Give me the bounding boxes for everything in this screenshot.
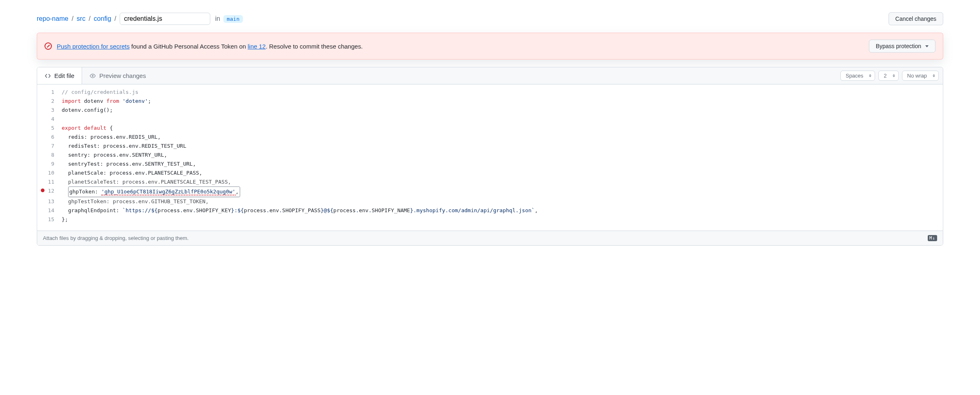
line-content[interactable]: redisTest: process.env.REDIS_TEST_URL [62, 142, 943, 151]
line-content[interactable]: }; [62, 215, 943, 224]
line-number: 12 [48, 186, 62, 197]
line-content[interactable]: sentryTest: process.env.SENTRY_TEST_URL, [62, 160, 943, 169]
breadcrumb-path-1[interactable]: config [94, 15, 111, 22]
line-content[interactable]: sentry: process.env.SENTRY_URL, [62, 151, 943, 160]
breadcrumb-path-0[interactable]: src [77, 15, 85, 22]
blocked-icon [45, 42, 52, 50]
code-line[interactable]: 10 planetScale: process.env.PLANETSCALE_… [37, 169, 943, 178]
code-line[interactable]: 1// config/credentials.js [37, 88, 943, 97]
line-number: 14 [48, 206, 62, 215]
updown-icon [933, 74, 935, 77]
error-dot-icon [41, 189, 45, 192]
line-content[interactable]: planetScaleTest: process.env.PLANETSCALE… [62, 178, 943, 186]
gutter-marker [37, 160, 48, 169]
gutter-marker [37, 88, 48, 97]
alert-text-end: . Resolve to commit these changes. [266, 43, 363, 50]
line-number: 9 [48, 160, 62, 169]
chevron-down-icon [925, 45, 929, 47]
gutter-marker [37, 169, 48, 178]
code-editor[interactable]: 1// config/credentials.js2import dotenv … [37, 84, 943, 231]
filename-input[interactable] [120, 13, 210, 25]
wrap-mode-label: No wrap [907, 73, 927, 79]
line-content[interactable]: graphqlEndpoint: `https://${process.env.… [62, 206, 943, 215]
line-number: 10 [48, 169, 62, 178]
breadcrumb: repo-name / src / config / in main [37, 13, 243, 25]
updown-icon [869, 74, 871, 77]
gutter-marker [37, 215, 48, 224]
alert-message: Push protection for secrets found a GitH… [57, 43, 864, 50]
gutter-marker [37, 106, 48, 115]
push-protection-link[interactable]: Push protection for secrets [57, 43, 129, 50]
line-link[interactable]: line 12 [248, 43, 266, 50]
line-number: 5 [48, 124, 62, 133]
editor-settings: Spaces 2 No wrap [836, 67, 943, 84]
code-line[interactable]: 2import dotenv from 'dotenv'; [37, 97, 943, 106]
gutter-marker [37, 97, 48, 106]
bypass-label: Bypass protection [876, 43, 921, 49]
line-content[interactable]: redis: process.env.REDIS_URL, [62, 133, 943, 142]
gutter-marker [37, 142, 48, 151]
line-number: 6 [48, 133, 62, 142]
line-content[interactable]: ghpTestToken: process.env.GITHUB_TEST_TO… [62, 197, 943, 206]
gutter-marker [37, 151, 48, 160]
tab-edit-label: Edit file [54, 72, 74, 79]
gutter-marker [37, 124, 48, 133]
gutter-marker [37, 133, 48, 142]
code-line[interactable]: 13 ghpTestToken: process.env.GITHUB_TEST… [37, 197, 943, 206]
code-line[interactable]: 3dotenv.config(); [37, 106, 943, 115]
gutter-marker [37, 115, 48, 124]
code-line[interactable]: 15}; [37, 215, 943, 224]
breadcrumb-sep: / [113, 15, 118, 22]
push-protection-alert: Push protection for secrets found a GitH… [37, 33, 943, 60]
line-content[interactable]: // config/credentials.js [62, 88, 943, 97]
line-number: 2 [48, 97, 62, 106]
line-content[interactable]: import dotenv from 'dotenv'; [62, 97, 943, 106]
line-number: 11 [48, 178, 62, 186]
line-content[interactable]: ghpToken: 'ghp_U1oe6pCT818IiwgZ6gZzLblfP… [62, 186, 943, 197]
code-line[interactable]: 11 planetScaleTest: process.env.PLANETSC… [37, 178, 943, 186]
editor: Edit file Preview changes Spaces 2 No wr… [37, 67, 943, 246]
line-number: 13 [48, 197, 62, 206]
gutter-marker [37, 186, 48, 197]
line-number: 4 [48, 115, 62, 124]
attach-files-text: Attach files by dragging & dropping, sel… [43, 235, 189, 241]
line-content[interactable]: planetScale: process.env.PLANETSCALE_PAS… [62, 169, 943, 178]
svg-point-0 [92, 75, 94, 77]
breadcrumb-sep: / [87, 15, 92, 22]
bypass-protection-button[interactable]: Bypass protection [869, 40, 935, 53]
alert-text-mid: found a GitHub Personal Access Token on [129, 43, 247, 50]
line-number: 1 [48, 88, 62, 97]
wrap-mode-select[interactable]: No wrap [902, 71, 939, 81]
indent-mode-select[interactable]: Spaces [840, 71, 875, 81]
line-content[interactable]: dotenv.config(); [62, 106, 943, 115]
line-number: 3 [48, 106, 62, 115]
code-icon [45, 73, 51, 79]
line-content[interactable]: export default { [62, 124, 943, 133]
code-line[interactable]: 5export default { [37, 124, 943, 133]
gutter-marker [37, 178, 48, 186]
markdown-icon: M↓ [928, 235, 937, 241]
breadcrumb-sep: / [70, 15, 75, 22]
gutter-marker [37, 197, 48, 206]
line-number: 7 [48, 142, 62, 151]
breadcrumb-repo[interactable]: repo-name [37, 15, 68, 22]
line-content[interactable] [62, 115, 943, 124]
indent-size-select[interactable]: 2 [878, 71, 898, 81]
code-line[interactable]: 9 sentryTest: process.env.SENTRY_TEST_UR… [37, 160, 943, 169]
code-line[interactable]: 8 sentry: process.env.SENTRY_URL, [37, 151, 943, 160]
attach-files-hint[interactable]: Attach files by dragging & dropping, sel… [37, 231, 943, 245]
tab-preview-changes[interactable]: Preview changes [82, 67, 153, 84]
editor-tabs: Edit file Preview changes Spaces 2 No wr… [37, 67, 943, 84]
code-line[interactable]: 12 ghpToken: 'ghp_U1oe6pCT818IiwgZ6gZzLb… [37, 186, 943, 197]
updown-icon [893, 74, 895, 77]
code-line[interactable]: 7 redisTest: process.env.REDIS_TEST_URL [37, 142, 943, 151]
in-label: in [215, 15, 220, 22]
cancel-button[interactable]: Cancel changes [889, 12, 943, 25]
tab-edit-file[interactable]: Edit file [37, 67, 82, 84]
code-line[interactable]: 4 [37, 115, 943, 124]
code-line[interactable]: 14 graphqlEndpoint: `https://${process.e… [37, 206, 943, 215]
indent-size-label: 2 [884, 73, 886, 79]
indent-mode-label: Spaces [846, 73, 863, 79]
code-line[interactable]: 6 redis: process.env.REDIS_URL, [37, 133, 943, 142]
branch-badge: main [223, 15, 243, 23]
